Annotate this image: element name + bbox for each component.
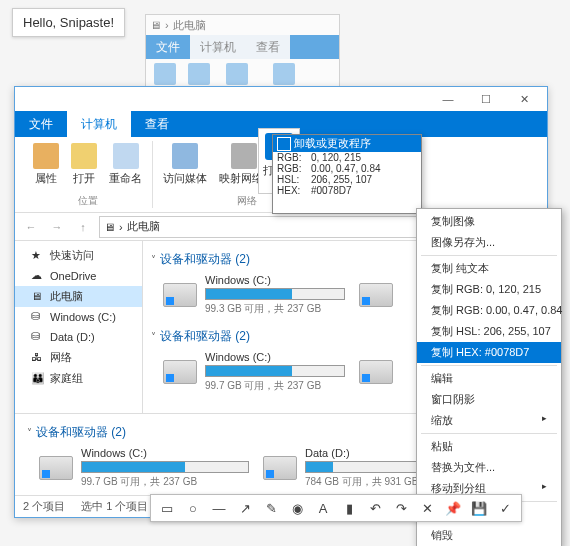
menu-item[interactable]: 复制 HEX: #0078D7 (417, 342, 561, 363)
drive-item[interactable]: Windows (C:) 99.7 GB 可用，共 237 GB (163, 351, 345, 393)
group-icon: 👪 (31, 372, 45, 386)
drive-subtext: 99.3 GB 可用，共 237 GB (205, 302, 345, 316)
menu-item[interactable]: 销毁 (417, 525, 561, 546)
color-info-row: RGB:0, 120, 215 (273, 152, 421, 163)
annotation-toolbar: ▭○—↗✎◉A▮↶↷✕📌💾✓ (150, 494, 522, 522)
mini-ribbon-tabs: 文件 计算机 查看 (146, 35, 339, 59)
sidebar-item-label: Windows (C:) (50, 311, 116, 323)
undo-tool[interactable]: ↶ (365, 498, 385, 518)
sidebar-item-label: 此电脑 (50, 289, 83, 304)
sticky-note: Hello, Snipaste! (12, 8, 125, 37)
maximize-button[interactable]: ☐ (467, 88, 505, 110)
arrow-tool[interactable]: ↗ (235, 498, 255, 518)
menu-item[interactable]: 图像另存为... (417, 232, 561, 253)
drive-capacity-bar (205, 365, 345, 377)
tab-computer[interactable]: 计算机 (67, 111, 131, 137)
color-info-row: HEX:#0078D7 (273, 185, 421, 196)
properties-button[interactable]: 属性 (31, 141, 61, 188)
mini-tab-view[interactable]: 查看 (246, 35, 290, 59)
pin-tool[interactable]: 📌 (443, 498, 463, 518)
pc-icon: 🖥 (104, 221, 115, 233)
minimize-button[interactable]: — (429, 88, 467, 110)
drive-item[interactable]: Windows (C:) 99.7 GB 可用，共 237 GB (39, 447, 249, 489)
group-label-location: 位置 (78, 194, 98, 208)
rect-tool[interactable]: ▭ (157, 498, 177, 518)
sidebar-item-label: OneDrive (50, 270, 96, 282)
rename-button[interactable]: 重命名 (107, 141, 144, 188)
tab-file[interactable]: 文件 (15, 111, 67, 137)
marker-tool[interactable]: ◉ (287, 498, 307, 518)
menu-item[interactable]: 复制图像 (417, 211, 561, 232)
sidebar: ★快速访问☁OneDrive🖥此电脑⛁Windows (C:)⛁Data (D:… (15, 241, 143, 413)
mini-address-text: 此电脑 (173, 18, 206, 33)
open-button[interactable]: 打开 (69, 141, 99, 188)
menu-item[interactable]: 窗口阴影 (417, 389, 561, 410)
close-button[interactable]: ✕ (505, 88, 543, 110)
title-bar: — ☐ ✕ (15, 87, 547, 111)
status-count: 2 个项目 (23, 499, 65, 514)
pc-icon: 🖥 (31, 290, 45, 304)
cloud-icon: ☁ (31, 269, 45, 283)
cancel-tool[interactable]: ✕ (417, 498, 437, 518)
status-selected: 选中 1 个项目 (81, 499, 148, 514)
drive-capacity-bar (205, 288, 345, 300)
redo-tool[interactable]: ↷ (391, 498, 411, 518)
color-swatch-icon (277, 137, 291, 151)
sidebar-item-label: 快速访问 (50, 248, 94, 263)
back-button[interactable]: ← (21, 217, 41, 237)
net-icon: 🖧 (31, 351, 45, 365)
color-info-row: HSL:206, 255, 107 (273, 174, 421, 185)
confirm-tool[interactable]: ✓ (495, 498, 515, 518)
sidebar-item[interactable]: ⛁Windows (C:) (15, 307, 142, 327)
menu-item[interactable]: 缩放 (417, 410, 561, 431)
sidebar-item[interactable]: ★快速访问 (15, 245, 142, 266)
drive-icon (163, 360, 197, 384)
star-icon: ★ (31, 249, 45, 263)
mini-tab-computer[interactable]: 计算机 (190, 35, 246, 59)
menu-item[interactable]: 粘贴 (417, 436, 561, 457)
color-info-popup: 卸载或更改程序 RGB:0, 120, 215RGB:0.00, 0.47, 0… (272, 134, 422, 214)
drive-subtext: 99.7 GB 可用，共 237 GB (205, 379, 345, 393)
color-info-row: RGB:0.00, 0.47, 0.84 (273, 163, 421, 174)
menu-item[interactable]: 编辑 (417, 368, 561, 389)
menu-item[interactable]: 复制 RGB: 0, 120, 215 (417, 279, 561, 300)
tab-view[interactable]: 查看 (131, 111, 183, 137)
mini-address-bar: 🖥 › 此电脑 (146, 15, 339, 35)
up-button[interactable]: ↑ (73, 217, 93, 237)
sidebar-item[interactable]: ⛁Data (D:) (15, 327, 142, 347)
menu-item[interactable]: 替换为文件... (417, 457, 561, 478)
sidebar-item-label: 家庭组 (50, 371, 83, 386)
disk-icon: ⛁ (31, 330, 45, 344)
sidebar-item-label: Data (D:) (50, 331, 95, 343)
pencil-tool[interactable]: ✎ (261, 498, 281, 518)
ellipse-tool[interactable]: ○ (183, 498, 203, 518)
sidebar-item[interactable]: ☁OneDrive (15, 266, 142, 286)
drive-name: Windows (C:) (81, 447, 249, 459)
sidebar-item[interactable]: 🖥此电脑 (15, 286, 142, 307)
menu-item[interactable]: 复制 HSL: 206, 255, 107 (417, 321, 561, 342)
menu-item[interactable]: 复制 纯文本 (417, 258, 561, 279)
menu-separator (421, 255, 557, 256)
drive-capacity-bar (81, 461, 249, 473)
sidebar-item[interactable]: 🖧网络 (15, 347, 142, 368)
line-tool[interactable]: — (209, 498, 229, 518)
group-label-network: 网络 (237, 194, 257, 208)
drive-name: Windows (C:) (205, 351, 345, 363)
menu-item[interactable]: 复制 RGB: 0.00, 0.47, 0.84 (417, 300, 561, 321)
drive-name: Windows (C:) (205, 274, 345, 286)
ribbon-group-location: 属性 打开 重命名 位置 (23, 141, 153, 208)
text-tool[interactable]: A (313, 498, 333, 518)
drive-icon (263, 456, 297, 480)
access-media-button[interactable]: 访问媒体 (161, 141, 209, 188)
menu-separator (421, 433, 557, 434)
save-tool[interactable]: 💾 (469, 498, 489, 518)
drive-subtext: 99.7 GB 可用，共 237 GB (81, 475, 249, 489)
mosaic-tool[interactable]: ▮ (339, 498, 359, 518)
forward-button[interactable]: → (47, 217, 67, 237)
drive-item[interactable]: Windows (C:) 99.3 GB 可用，共 237 GB (163, 274, 345, 316)
mini-tab-file[interactable]: 文件 (146, 35, 190, 59)
pc-icon: 🖥 (150, 19, 161, 31)
sidebar-item-label: 网络 (50, 350, 72, 365)
drive-icon (163, 283, 197, 307)
sidebar-item[interactable]: 👪家庭组 (15, 368, 142, 389)
